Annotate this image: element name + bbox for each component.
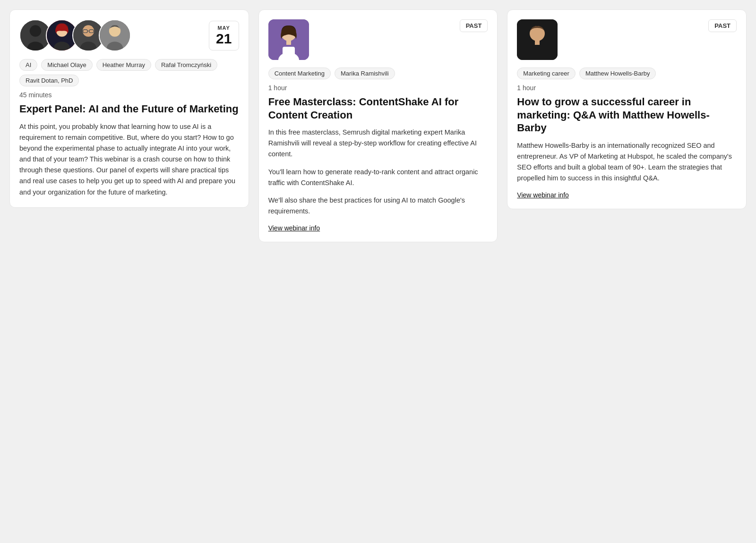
card-1-title: Expert Panel: AI and the Future of Marke… <box>19 102 239 116</box>
tag-content-marketing[interactable]: Content Marketing <box>268 68 331 79</box>
tag-michael[interactable]: Michael Olaye <box>41 59 92 71</box>
card-1-body-p1: At this point, you probably know that le… <box>19 121 239 198</box>
svg-rect-19 <box>286 40 291 45</box>
view-webinar-link-3[interactable]: View webinar info <box>517 191 568 199</box>
speaker-photo-marika <box>268 19 309 60</box>
card-2-body-p1: In this free masterclass, Semrush digita… <box>268 127 488 160</box>
tag-marketing-career[interactable]: Marketing career <box>517 68 576 79</box>
card-3-body: Matthew Howells-Barby is an internationa… <box>517 140 737 184</box>
speaker-photo-matthew <box>517 19 558 60</box>
date-month: MAY <box>216 25 232 31</box>
card-2-body: In this free masterclass, Semrush digita… <box>268 127 488 217</box>
card-2-tags: Content Marketing Marika Ramishvili <box>268 68 488 79</box>
avatars-row <box>19 19 131 51</box>
card-2-header: PAST <box>268 19 488 60</box>
past-badge-card2: PAST <box>460 19 488 32</box>
date-badge: MAY 21 <box>209 21 239 51</box>
tag-ravit[interactable]: Ravit Dotan, PhD <box>19 75 79 86</box>
card-1-duration: 45 minutes <box>19 91 239 99</box>
card-2-duration: 1 hour <box>268 84 488 92</box>
card-3: PAST Marketing career Matthew Howells-Ba… <box>507 9 747 209</box>
svg-rect-18 <box>283 47 295 60</box>
card-3-tags: Marketing career Matthew Howells-Barby <box>517 68 737 79</box>
tag-ai[interactable]: AI <box>19 59 37 71</box>
svg-point-1 <box>30 25 41 36</box>
date-day: 21 <box>216 31 232 46</box>
view-webinar-link-2[interactable]: View webinar info <box>268 224 320 232</box>
tag-rafal[interactable]: Rafał Tromczyński <box>155 59 217 71</box>
avatar-4 <box>99 19 131 51</box>
card-1-header: MAY 21 <box>19 19 239 51</box>
card-1-tags: AI Michael Olaye Heather Murray Rafał Tr… <box>19 59 239 86</box>
card-1-body: At this point, you probably know that le… <box>19 121 239 198</box>
tag-heather[interactable]: Heather Murray <box>96 59 151 71</box>
card-3-duration: 1 hour <box>517 84 737 92</box>
tag-matthew[interactable]: Matthew Howells-Barby <box>579 68 656 79</box>
card-1: MAY 21 AI Michael Olaye Heather Murray R… <box>9 9 249 208</box>
svg-rect-24 <box>535 40 540 45</box>
card-2: PAST Content Marketing Marika Ramishvili… <box>258 9 498 242</box>
svg-rect-23 <box>530 45 544 60</box>
tag-marika[interactable]: Marika Ramishvili <box>335 68 395 79</box>
card-2-body-p3: We'll also share the best practices for … <box>268 195 488 217</box>
cards-container: MAY 21 AI Michael Olaye Heather Murray R… <box>9 9 747 242</box>
card-3-body-p1: Matthew Howells-Barby is an internationa… <box>517 140 737 184</box>
card-3-title: How to grow a successful career in marke… <box>517 95 737 135</box>
card-2-body-p2: You'll learn how to generate ready-to-ra… <box>268 167 488 188</box>
past-badge-card3: PAST <box>708 19 737 32</box>
card-3-header: PAST <box>517 19 737 60</box>
card-2-title: Free Masterclass: ContentShake AI for Co… <box>268 95 488 121</box>
